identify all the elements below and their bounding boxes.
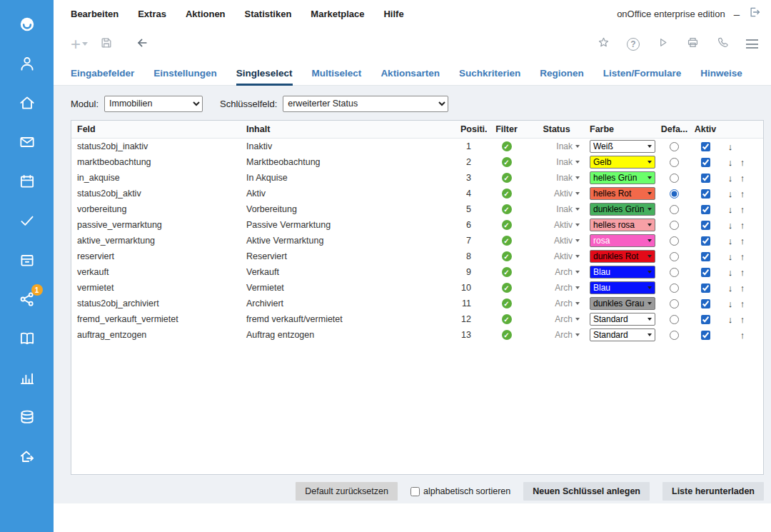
tab-multiselect[interactable]: Multiselect xyxy=(312,61,362,86)
move-up-icon[interactable]: ↑ xyxy=(738,330,747,341)
default-radio[interactable] xyxy=(670,205,679,214)
sort-alphabetical-checkbox[interactable] xyxy=(410,487,420,496)
tasks-icon[interactable] xyxy=(17,211,37,231)
move-down-icon[interactable]: ↓ xyxy=(726,298,735,309)
color-select[interactable]: helles Grün xyxy=(590,171,655,184)
star-icon[interactable] xyxy=(597,36,610,52)
move-up-icon[interactable]: ↑ xyxy=(738,157,747,168)
tab-suchkriterien[interactable]: Suchkriterien xyxy=(459,61,520,86)
aktiv-checkbox[interactable] xyxy=(701,189,710,199)
status-select[interactable]: Inak xyxy=(556,204,580,214)
move-down-icon[interactable]: ↓ xyxy=(726,236,735,246)
move-up-icon[interactable]: ↑ xyxy=(738,236,747,246)
download-list-button[interactable]: Liste herunterladen xyxy=(662,482,764,501)
status-select[interactable]: Aktiv xyxy=(554,220,580,230)
default-radio[interactable] xyxy=(670,142,679,151)
default-radio[interactable] xyxy=(670,174,679,183)
color-select[interactable]: Standard xyxy=(590,328,655,341)
tab-einstellungen[interactable]: Einstellungen xyxy=(153,61,217,86)
move-up-icon[interactable]: ↑ xyxy=(738,251,747,262)
aktiv-checkbox[interactable] xyxy=(701,283,710,293)
default-radio[interactable] xyxy=(670,189,679,199)
filter-ok-icon[interactable]: ✓ xyxy=(502,298,512,308)
move-up-icon[interactable]: ↑ xyxy=(738,204,747,215)
aktiv-checkbox[interactable] xyxy=(701,331,710,340)
move-down-icon[interactable]: ↓ xyxy=(726,141,735,152)
aktiv-checkbox[interactable] xyxy=(701,221,710,230)
default-radio[interactable] xyxy=(670,268,679,277)
color-select[interactable]: dunkles Rot xyxy=(590,250,655,263)
move-up-icon[interactable]: ↑ xyxy=(738,298,747,309)
tab-aktionsarten[interactable]: Aktionsarten xyxy=(381,61,440,86)
color-select[interactable]: dunkles Grau xyxy=(590,297,655,310)
menu-item-marketplace[interactable]: Marketplace xyxy=(311,9,364,19)
filter-ok-icon[interactable]: ✓ xyxy=(502,204,512,214)
aktiv-checkbox[interactable] xyxy=(701,299,710,308)
aktiv-checkbox[interactable] xyxy=(701,252,710,261)
key-field-select[interactable]: erweiterter Status xyxy=(283,96,448,112)
default-radio[interactable] xyxy=(670,252,679,261)
status-select[interactable]: Arch xyxy=(555,283,580,293)
property-export-icon[interactable] xyxy=(17,446,37,466)
move-up-icon[interactable]: ↑ xyxy=(738,267,747,278)
color-select[interactable]: Standard xyxy=(590,313,655,326)
move-down-icon[interactable]: ↓ xyxy=(726,204,735,215)
status-select[interactable]: Aktiv xyxy=(554,251,580,261)
filter-ok-icon[interactable]: ✓ xyxy=(502,220,512,230)
minimize-button[interactable]: – xyxy=(734,8,740,20)
default-radio[interactable] xyxy=(670,221,679,230)
filter-ok-icon[interactable]: ✓ xyxy=(502,189,512,199)
onoffice-logo-icon[interactable] xyxy=(17,14,37,34)
menu-item-statistiken[interactable]: Statistiken xyxy=(245,9,292,19)
move-down-icon[interactable]: ↓ xyxy=(726,283,735,293)
archive-box-icon[interactable] xyxy=(17,250,37,270)
logout-icon[interactable] xyxy=(748,6,761,21)
move-down-icon[interactable]: ↓ xyxy=(726,251,735,262)
move-down-icon[interactable]: ↓ xyxy=(726,267,735,278)
aktiv-checkbox[interactable] xyxy=(701,236,710,246)
menu-item-extras[interactable]: Extras xyxy=(138,9,166,19)
move-down-icon[interactable]: ↓ xyxy=(726,189,735,199)
calendar-icon[interactable] xyxy=(17,171,37,191)
filter-ok-icon[interactable]: ✓ xyxy=(502,314,512,324)
status-select[interactable]: Inak xyxy=(556,141,580,151)
database-icon[interactable] xyxy=(17,407,37,427)
menu-item-aktionen[interactable]: Aktionen xyxy=(186,9,226,19)
tab-singleselect[interactable]: Singleselect xyxy=(236,61,293,86)
tab-listen-formulare[interactable]: Listen/Formulare xyxy=(603,61,682,86)
status-select[interactable]: Aktiv xyxy=(554,236,580,246)
default-radio[interactable] xyxy=(670,331,679,340)
home-icon[interactable] xyxy=(17,93,37,113)
save-icon[interactable] xyxy=(99,36,114,53)
color-select[interactable]: helles rosa xyxy=(590,219,655,231)
filter-ok-icon[interactable]: ✓ xyxy=(502,173,512,183)
printer-icon[interactable] xyxy=(686,36,700,52)
color-select[interactable]: Gelb xyxy=(590,156,655,169)
aktiv-checkbox[interactable] xyxy=(701,158,710,167)
default-radio[interactable] xyxy=(670,158,679,167)
filter-ok-icon[interactable]: ✓ xyxy=(502,157,512,167)
filter-ok-icon[interactable]: ✓ xyxy=(502,236,512,246)
default-radio[interactable] xyxy=(670,299,679,308)
status-select[interactable]: Inak xyxy=(556,157,580,167)
color-select[interactable]: dunkles Grün xyxy=(590,203,655,216)
status-select[interactable]: Inak xyxy=(556,173,580,183)
aktiv-checkbox[interactable] xyxy=(701,205,710,214)
color-select[interactable]: Weiß xyxy=(590,140,655,153)
tab-eingabefelder[interactable]: Eingabefelder xyxy=(71,61,134,86)
move-down-icon[interactable]: ↓ xyxy=(726,173,735,184)
default-radio[interactable] xyxy=(670,236,679,246)
move-up-icon[interactable]: ↑ xyxy=(738,189,747,199)
move-up-icon[interactable]: ↑ xyxy=(738,173,747,184)
aktiv-checkbox[interactable] xyxy=(701,268,710,277)
color-select[interactable]: helles Rot xyxy=(590,187,655,200)
help-icon[interactable]: ? xyxy=(627,38,640,51)
color-select[interactable]: rosa xyxy=(590,234,655,247)
aktiv-checkbox[interactable] xyxy=(701,174,710,183)
status-select[interactable]: Aktiv xyxy=(554,189,580,199)
filter-ok-icon[interactable]: ✓ xyxy=(502,330,512,340)
menu-item-bearbeiten[interactable]: Bearbeiten xyxy=(71,9,119,19)
modul-select[interactable]: Immobilien xyxy=(104,96,203,112)
filter-ok-icon[interactable]: ✓ xyxy=(502,283,512,293)
status-select[interactable]: Arch xyxy=(555,330,580,340)
